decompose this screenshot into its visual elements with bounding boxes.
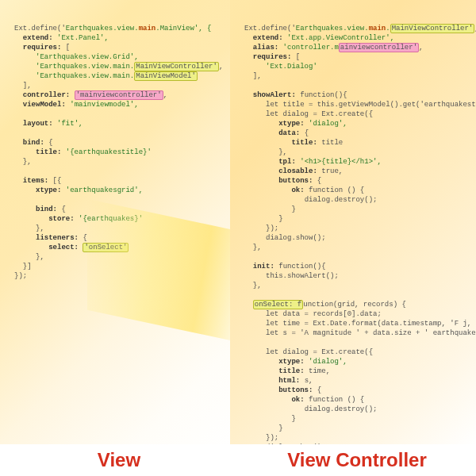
caption-view: View [0, 449, 238, 471]
t: true, [317, 167, 343, 175]
t: }, [36, 225, 44, 232]
t: 'Ext.Panel', [53, 34, 109, 42]
t: title: [291, 139, 317, 147]
t: alias: [253, 44, 278, 52]
t: closable: [278, 167, 317, 175]
t: 'dialog', [305, 120, 347, 128]
t: 'dialog', [305, 358, 347, 366]
t: ok: [291, 186, 304, 194]
t: }] [23, 263, 32, 271]
t: buttons: [278, 386, 313, 394]
t: let dialog = Ext.create({ [266, 110, 373, 118]
t: }); [266, 434, 278, 442]
t: } [278, 424, 282, 432]
t: 'Ext.Dialog' [266, 63, 317, 71]
t: dialog.destroy(); [305, 196, 378, 204]
t: }); [14, 272, 27, 280]
t: }); [266, 225, 278, 232]
t: }, [23, 158, 32, 166]
viewcontroller-code-panel: Ext.define('Earthquakes.view.main.MainVi… [230, 0, 476, 444]
t: select: [48, 244, 79, 251]
t: 'Ext.app.ViewController', [283, 34, 394, 42]
t: buttons: [278, 177, 313, 185]
t: showAlert: [253, 91, 296, 99]
t: [ [61, 44, 70, 52]
t: function(){ [296, 91, 347, 99]
t: let s = 'A magnitude ' + data.size + ' e… [266, 329, 476, 337]
t: bind: [23, 139, 44, 147]
t: Ext.define('Earthquakes.view.main.MainVi… [14, 25, 211, 33]
t: , [219, 63, 223, 71]
t: Ext.define('Earthquakes.view.main.MainVi… [244, 24, 476, 33]
t: tpl: [278, 158, 296, 166]
t: '<h1>{title}</h1>', [296, 158, 382, 166]
t: 'mainviewmodel', [66, 101, 139, 109]
t: } [291, 205, 295, 213]
t: title: [36, 148, 61, 156]
t: requires: [23, 44, 62, 52]
t: }, [36, 253, 44, 261]
t: ], [23, 82, 32, 90]
t: items: [23, 177, 48, 185]
t: function(){ [274, 263, 326, 271]
t: } [291, 415, 295, 423]
t: 'controller.m [278, 44, 339, 52]
t: let data = records[0].data; [266, 310, 382, 318]
t: viewModel: [23, 101, 66, 109]
highlight-onselect-listener: 'onSelect' [83, 243, 129, 252]
t: '{earthquakes}' [75, 215, 143, 223]
t: xtype: [278, 358, 304, 366]
t: function () { [305, 396, 365, 404]
t: { [300, 129, 309, 137]
t: { [44, 139, 53, 147]
t: store: [48, 215, 74, 223]
t: controller: [23, 91, 70, 99]
t: let dialog = Ext.create({ [266, 348, 373, 356]
t: ok: [291, 396, 304, 404]
slide: Ext.define('Earthquakes.view.main.MainVi… [0, 0, 476, 476]
t: 'Earthquakes.view.Grid', [36, 53, 139, 61]
t: 'fit', [53, 120, 83, 128]
highlight-alias: ainviewcontroller' [339, 43, 419, 52]
t: time, [305, 367, 330, 375]
t: , [163, 91, 167, 99]
t: ], [253, 72, 262, 80]
view-code-panel: Ext.define('Earthquakes.view.main.MainVi… [0, 0, 238, 444]
t: s, [300, 377, 313, 385]
t: bind: [36, 205, 57, 213]
t: init: [253, 263, 274, 271]
t: { [57, 205, 66, 213]
t: { [313, 386, 321, 394]
t: dialog.destroy(); [305, 405, 378, 413]
highlight-mainviewcontroller-ref: MainViewController' [134, 62, 219, 71]
t: xtype: [36, 186, 61, 194]
t: }, [253, 244, 262, 251]
highlight-classname: MainViewController' [390, 24, 475, 33]
t: [{ [48, 177, 61, 185]
t: title: [278, 367, 304, 375]
t: data: [278, 129, 300, 137]
t: extend: [253, 34, 283, 42]
t: [ [291, 53, 300, 61]
t: dialog.show(); [266, 443, 326, 444]
t: layout: [23, 120, 53, 128]
t: 'Earthquakes.view.main. [36, 72, 134, 80]
t: xtype: [278, 120, 304, 128]
t: function () { [305, 186, 365, 194]
highlight-mainviewmodel-ref: MainViewModel' [134, 71, 198, 81]
t: } [278, 215, 282, 223]
t: extend: [23, 34, 53, 42]
t: let time = Ext.Date.format(data.timestam… [266, 320, 476, 328]
t: }, [253, 282, 262, 290]
t: html: [278, 377, 300, 385]
t: , [419, 44, 423, 52]
t: this.showAlert(); [266, 272, 339, 280]
t: unction(grid, records) { [303, 301, 406, 309]
t: { [79, 234, 87, 242]
t: requires: [253, 53, 292, 61]
caption-view-controller: View Controller [238, 449, 476, 471]
t: 'earthquakesgrid', [61, 186, 143, 194]
highlight-controller-alias: 'mainviewcontroller' [75, 90, 163, 100]
t: }, [278, 148, 287, 156]
t: 'Earthquakes.view.main. [36, 63, 134, 71]
